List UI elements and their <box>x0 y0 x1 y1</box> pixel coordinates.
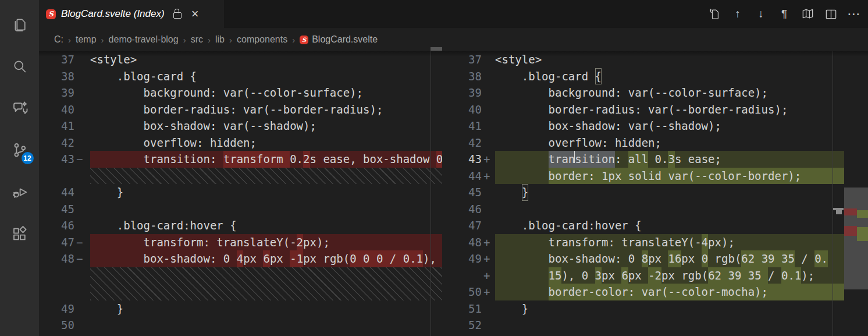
code-line[interactable]: 37<style> <box>39 51 442 68</box>
line-number[interactable]: 41 <box>39 118 74 135</box>
line-number[interactable]: 43 <box>442 151 482 168</box>
line-number[interactable]: 44 <box>442 168 482 185</box>
code-text: 15), 0 3px 6px -2px rgb(62 39 35 / 0.1); <box>495 267 844 284</box>
code-line[interactable]: 41 box-shadow: var(--shadow); <box>39 118 442 135</box>
code-line[interactable]: 40 border-radius: var(--border-radius); <box>39 101 442 118</box>
line-number[interactable]: 50 <box>442 284 482 300</box>
line-number[interactable]: 52 <box>442 317 482 334</box>
code-line[interactable]: 37<style> <box>442 51 844 68</box>
explorer-icon[interactable] <box>4 3 35 45</box>
code-line[interactable]: 38 .blog-card { <box>39 68 442 85</box>
breadcrumb-item[interactable]: src <box>191 34 203 45</box>
toggle-whitespace-icon[interactable]: ¶ <box>775 5 794 23</box>
line-number[interactable]: 45 <box>39 201 74 218</box>
breadcrumb-item[interactable]: SBlogCard.svelte <box>300 34 378 45</box>
code-line[interactable]: 50+ border-color: var(--color-mocha); <box>442 284 844 300</box>
code-line[interactable]: 39 background: var(--color-surface); <box>39 84 442 101</box>
code-line[interactable]: 44 } <box>39 184 442 201</box>
code-line[interactable]: 50 <box>39 317 442 334</box>
code-line[interactable]: 51 } <box>442 300 844 317</box>
code-text <box>90 201 442 218</box>
code-text: overflow: hidden; <box>90 135 442 151</box>
line-number[interactable]: 51 <box>442 300 482 317</box>
diff-change-marker <box>482 51 495 68</box>
left-scrollbar-slider[interactable] <box>431 47 442 51</box>
breadcrumb-item[interactable]: temp <box>76 34 97 45</box>
line-number[interactable]: 41 <box>442 118 482 135</box>
code-line[interactable]: 45 } <box>442 184 844 201</box>
tab-close-icon[interactable]: × <box>191 8 199 20</box>
code-text: box-shadow: var(--shadow); <box>90 118 442 135</box>
diff-change-marker <box>74 267 88 300</box>
line-number[interactable] <box>442 267 482 284</box>
code-line[interactable]: 42 overflow: hidden; <box>39 135 442 151</box>
map-icon[interactable] <box>798 5 817 23</box>
code-line[interactable]: 49+ box-shadow: 0 8px 16px 0 rgb(62 39 3… <box>442 250 844 267</box>
code-text <box>90 267 442 300</box>
code-line[interactable]: 48− box-shadow: 0 4px 6px -1px rgb(0 0 0… <box>39 250 442 267</box>
line-number[interactable]: 39 <box>39 84 74 101</box>
line-number[interactable]: 40 <box>39 101 74 118</box>
line-number[interactable]: 49 <box>442 250 482 267</box>
code-line[interactable]: 46 .blog-card:hover { <box>39 217 442 234</box>
line-number[interactable]: 43 <box>39 151 74 168</box>
svelte-file-icon: S <box>300 36 308 44</box>
previous-change-icon[interactable]: ↑ <box>728 5 747 23</box>
code-line[interactable]: 52 <box>442 317 844 334</box>
diff-change-marker <box>74 84 88 101</box>
code-line[interactable]: 44+ border: 1px solid var(--color-border… <box>442 168 844 185</box>
split-editor-icon[interactable] <box>821 5 840 23</box>
code-line[interactable]: 43+ transition: all 0.3s ease; <box>442 151 844 168</box>
line-number[interactable]: 46 <box>39 217 74 234</box>
run-debug-icon[interactable] <box>4 171 35 213</box>
line-number[interactable]: 39 <box>442 84 482 101</box>
code-line[interactable]: 39 background: var(--color-surface); <box>442 84 844 101</box>
line-number[interactable]: 48 <box>442 234 482 251</box>
breadcrumb-item[interactable]: demo-travel-blog <box>109 34 179 45</box>
open-changes-icon[interactable] <box>705 5 724 23</box>
line-number[interactable]: 49 <box>39 300 74 317</box>
more-actions-icon[interactable]: ⋯ <box>845 5 863 23</box>
line-number[interactable]: 42 <box>39 135 74 151</box>
extensions-icon[interactable] <box>4 213 35 255</box>
line-number[interactable] <box>39 267 74 300</box>
code-line[interactable]: 49 } <box>39 300 442 317</box>
code-line[interactable]: + 15), 0 3px 6px -2px rgb(62 39 35 / 0.1… <box>442 267 844 284</box>
code-line[interactable]: 40 border-radius: var(--border-radius); <box>442 101 844 118</box>
tab-blogcard-svelte[interactable]: S BlogCard.svelte (Index) × <box>39 0 224 28</box>
code-line[interactable]: 47 .blog-card:hover { <box>442 217 844 234</box>
line-number[interactable] <box>39 168 74 185</box>
line-number[interactable]: 47 <box>39 234 74 251</box>
diff-filler-row[interactable] <box>39 267 442 300</box>
line-number[interactable]: 42 <box>442 135 482 151</box>
code-line[interactable]: 41 box-shadow: var(--shadow); <box>442 118 844 135</box>
chat-icon[interactable] <box>4 87 35 129</box>
breadcrumb-separator: › <box>229 35 232 45</box>
breadcrumb-item[interactable]: components <box>237 34 287 45</box>
breadcrumb-item[interactable]: lib <box>215 34 225 45</box>
code-line[interactable]: 46 <box>442 201 844 218</box>
line-number[interactable]: 38 <box>442 68 482 85</box>
code-line[interactable]: 38 .blog-card { <box>442 68 844 85</box>
code-line[interactable]: 43− transition: transform 0.2s ease, box… <box>39 151 442 168</box>
next-change-icon[interactable]: ↓ <box>752 5 770 23</box>
code-line[interactable]: 47− transform: translateY(-2px); <box>39 234 442 251</box>
code-line[interactable]: 45 <box>39 201 442 218</box>
line-number[interactable]: 37 <box>39 51 74 68</box>
line-number[interactable]: 38 <box>39 68 74 85</box>
line-number[interactable]: 50 <box>39 317 74 334</box>
line-number[interactable]: 46 <box>442 201 482 218</box>
line-number[interactable]: 37 <box>442 51 482 68</box>
code-line[interactable]: 42 overflow: hidden; <box>442 135 844 151</box>
tab-title: BlogCard.svelte (Index) <box>61 8 165 20</box>
search-icon[interactable] <box>4 45 35 87</box>
line-number[interactable]: 48 <box>39 250 74 267</box>
breadcrumb-item[interactable]: C: <box>54 34 63 45</box>
code-line[interactable]: 48+ transform: translateY(-4px); <box>442 234 844 251</box>
line-number[interactable]: 45 <box>442 184 482 201</box>
diff-filler-row[interactable] <box>39 168 442 185</box>
line-number[interactable]: 47 <box>442 217 482 234</box>
line-number[interactable]: 44 <box>39 184 74 201</box>
line-number[interactable]: 40 <box>442 101 482 118</box>
source-control-icon[interactable]: 12 <box>4 129 35 171</box>
